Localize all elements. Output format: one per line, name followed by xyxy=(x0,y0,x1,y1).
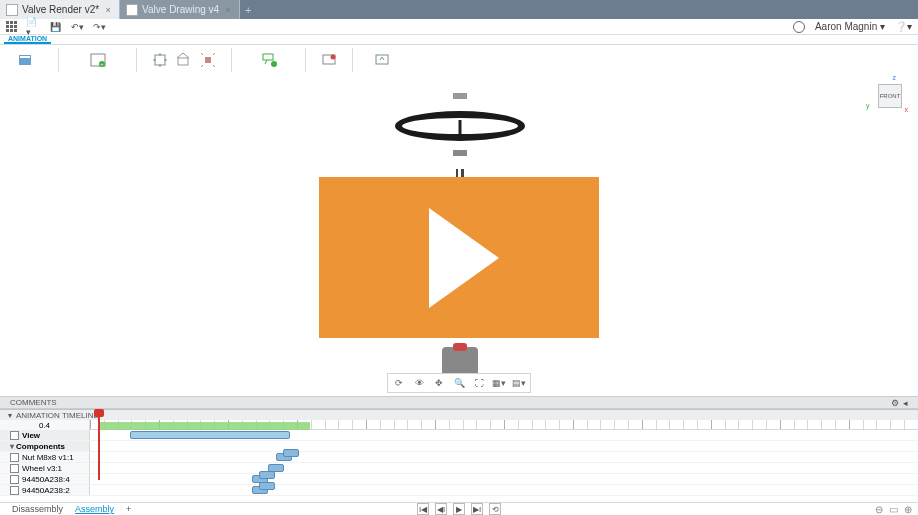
svg-marker-13 xyxy=(429,208,499,308)
user-menu[interactable]: Aaron Magnin ▾ xyxy=(815,21,885,32)
track-components[interactable] xyxy=(90,441,918,451)
publish-button[interactable] xyxy=(373,49,391,71)
axis-x: x xyxy=(905,106,909,113)
play-icon xyxy=(409,203,509,313)
playback-controls: I◀ ◀I ▶ ▶I ⟲ xyxy=(417,503,501,515)
data-panel-icon[interactable] xyxy=(4,20,18,34)
transform-button[interactable] xyxy=(151,49,169,71)
track-p1[interactable] xyxy=(90,474,918,484)
help-icon[interactable]: ❔▾ xyxy=(895,21,912,32)
svg-point-11 xyxy=(331,55,336,60)
look-icon[interactable]: 👁 xyxy=(412,376,426,390)
tab-assembly[interactable]: Assembly xyxy=(69,504,120,514)
zoom-fit-icon[interactable]: ▭ xyxy=(889,504,898,515)
gear-icon[interactable]: ⚙ xyxy=(891,398,899,408)
clip[interactable] xyxy=(259,471,275,479)
track-view[interactable] xyxy=(90,430,918,440)
animation-timeline: ▾ ANIMATION TIMELINE 0.4 View Components… xyxy=(0,409,918,501)
title-bar: Valve Render v2* × Valve Drawing v4 × + xyxy=(0,0,918,19)
collapse-icon[interactable]: ◂ xyxy=(903,398,908,408)
save-icon[interactable]: 💾 xyxy=(48,20,62,34)
part-cap xyxy=(453,93,467,99)
svg-rect-7 xyxy=(205,57,211,63)
part-washer xyxy=(453,150,467,156)
collapse-icon[interactable]: ▾ xyxy=(8,411,12,420)
footer-bar: Disassembly Assembly + I◀ ◀I ▶ ▶I ⟲ ⊖ ▭ … xyxy=(0,502,918,515)
skip-start-icon[interactable]: I◀ xyxy=(417,503,429,515)
file-menu-icon[interactable]: 📄▾ xyxy=(26,20,40,34)
explode-button[interactable] xyxy=(199,49,217,71)
skip-end-icon[interactable]: ▶I xyxy=(471,503,483,515)
clip[interactable] xyxy=(259,482,275,490)
play-reverse-icon[interactable]: ◀I xyxy=(435,503,447,515)
pan-icon[interactable]: ✥ xyxy=(432,376,446,390)
time-display: 0.4 xyxy=(0,420,90,430)
svg-rect-1 xyxy=(20,56,30,58)
orbit-icon[interactable]: ⟳ xyxy=(392,376,406,390)
grid-icon[interactable]: ▤▾ xyxy=(512,376,526,390)
close-icon[interactable]: × xyxy=(103,5,113,15)
quick-access-bar: 📄▾ 💾 ↶▾ ↷▾ Aaron Magnin ▾ ❔▾ xyxy=(0,19,918,35)
clip-camera[interactable] xyxy=(130,431,290,439)
video-play-overlay[interactable] xyxy=(319,177,599,338)
track-p2[interactable] xyxy=(90,485,918,495)
restore-home-button[interactable] xyxy=(175,49,193,71)
undo-icon[interactable]: ↶▾ xyxy=(70,20,84,34)
doc-icon xyxy=(126,4,138,16)
redo-icon[interactable]: ↷▾ xyxy=(92,20,106,34)
tab-disassembly[interactable]: Disassembly xyxy=(6,504,69,514)
view-toolbar: ⟳ 👁 ✥ 🔍 ⛶ ▦▾ ▤▾ xyxy=(387,373,531,393)
svg-point-9 xyxy=(271,61,277,67)
zoom-in-icon[interactable]: ⊕ xyxy=(904,504,912,515)
axis-z: z xyxy=(893,74,897,81)
tab-valve-drawing[interactable]: Valve Drawing v4 × xyxy=(120,0,240,19)
active-range[interactable] xyxy=(100,422,310,430)
display-icon[interactable]: ▦▾ xyxy=(492,376,506,390)
playhead[interactable] xyxy=(98,410,100,480)
track-nut[interactable] xyxy=(90,452,918,462)
fit-icon[interactable]: ⛶ xyxy=(472,376,486,390)
svg-text:+: + xyxy=(100,61,103,67)
clip[interactable] xyxy=(283,449,299,457)
tab-title: Valve Render v2* xyxy=(22,4,99,15)
svg-rect-5 xyxy=(155,55,165,65)
track-wheel[interactable] xyxy=(90,463,918,473)
zoom-icon[interactable]: 🔍 xyxy=(452,376,466,390)
workspace-tabs: ANIMATION xyxy=(0,35,918,45)
close-icon[interactable]: × xyxy=(223,5,233,15)
tab-valve-render[interactable]: Valve Render v2* × xyxy=(0,0,120,19)
add-storyboard-button[interactable]: + xyxy=(120,504,137,514)
comments-bar[interactable]: COMMENTS ⚙◂ xyxy=(0,396,918,409)
loop-icon[interactable]: ⟲ xyxy=(489,503,501,515)
part-handwheel xyxy=(395,111,525,141)
tab-title: Valve Drawing v4 xyxy=(142,4,219,15)
new-storyboard-button[interactable]: + xyxy=(89,49,107,71)
axis-y: y xyxy=(866,102,870,109)
add-tab-button[interactable]: + xyxy=(240,0,256,19)
play-icon[interactable]: ▶ xyxy=(453,503,465,515)
doc-icon xyxy=(6,4,18,16)
zoom-out-icon[interactable]: ⊖ xyxy=(875,504,883,515)
timeline-header[interactable]: ▾ ANIMATION TIMELINE xyxy=(0,410,918,420)
view-button[interactable] xyxy=(320,49,338,71)
cube-face-front[interactable]: FRONT xyxy=(878,84,902,108)
view-cube[interactable]: z FRONT y x xyxy=(870,76,906,112)
callout-button[interactable] xyxy=(260,49,278,71)
svg-rect-6 xyxy=(178,58,188,65)
svg-rect-8 xyxy=(263,54,273,60)
job-status-icon[interactable] xyxy=(793,21,805,33)
